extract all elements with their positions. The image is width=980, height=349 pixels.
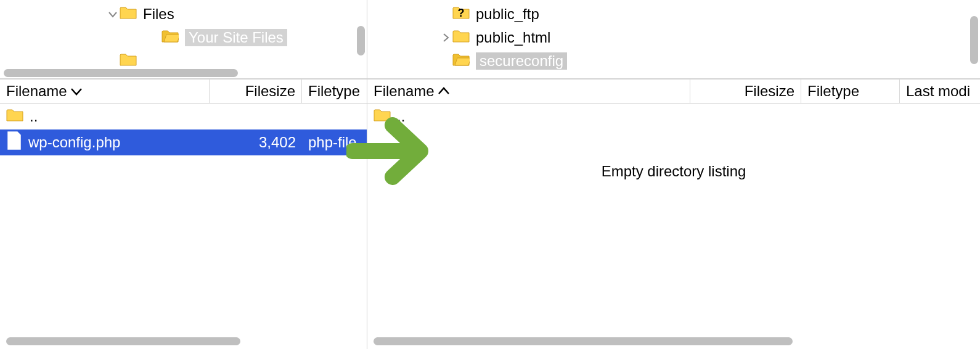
tree-item[interactable]: secureconfig bbox=[367, 49, 980, 73]
tree-label: public_html bbox=[476, 29, 550, 46]
tree-item[interactable]: ?public_ftp bbox=[367, 2, 980, 26]
file-icon bbox=[6, 131, 22, 154]
remote-file-list[interactable]: ..Empty directory listing bbox=[367, 104, 980, 349]
file-name: .. bbox=[397, 108, 405, 125]
empty-directory-message: Empty directory listing bbox=[367, 163, 980, 180]
file-name: .. bbox=[30, 108, 38, 125]
folder-icon bbox=[374, 107, 391, 126]
remote-column-headers: Filename Filesize Filetype Last modi bbox=[367, 79, 980, 104]
expander-placeholder bbox=[439, 7, 452, 21]
folder-icon bbox=[161, 28, 185, 47]
folder-icon bbox=[452, 28, 476, 47]
column-filetype[interactable]: Filetype bbox=[302, 80, 367, 103]
column-filename[interactable]: Filename bbox=[367, 80, 690, 103]
expander-placeholder bbox=[439, 54, 452, 68]
column-filesize[interactable]: Filesize bbox=[210, 80, 302, 103]
scrollbar-vertical[interactable] bbox=[970, 4, 978, 67]
chevron-down-icon[interactable] bbox=[106, 7, 120, 21]
column-label: Filetype bbox=[308, 83, 360, 100]
column-label: Last modi bbox=[906, 83, 970, 100]
tree-item[interactable]: public_html bbox=[367, 26, 980, 49]
sort-asc-icon bbox=[438, 87, 449, 96]
svg-text:?: ? bbox=[458, 7, 465, 19]
chevron-right-icon[interactable] bbox=[439, 31, 452, 44]
file-type: php-file bbox=[302, 134, 367, 151]
tree-item[interactable]: Your Site Files bbox=[0, 26, 367, 49]
folder-icon bbox=[120, 5, 143, 23]
tree-label: Your Site Files bbox=[185, 29, 287, 46]
column-label: Filename bbox=[6, 83, 67, 100]
column-label: Filetype bbox=[807, 83, 859, 100]
local-tree[interactable]: FilesYour Site Files bbox=[0, 0, 367, 79]
tree-label: Files bbox=[143, 6, 174, 23]
column-lastmodified[interactable]: Last modi bbox=[900, 80, 980, 103]
file-size: 3,402 bbox=[210, 134, 302, 151]
column-label: Filesize bbox=[745, 83, 794, 100]
remote-tree[interactable]: ?public_ftppublic_htmlsecureconfig bbox=[367, 0, 980, 79]
column-label: Filename bbox=[374, 83, 435, 100]
tree-label: public_ftp bbox=[476, 6, 539, 23]
list-item[interactable]: wp-config.php3,402php-file bbox=[0, 129, 367, 155]
local-file-list[interactable]: ..wp-config.php3,402php-file bbox=[0, 104, 367, 349]
column-filename[interactable]: Filename bbox=[0, 80, 210, 103]
list-item[interactable]: .. bbox=[0, 104, 367, 129]
scrollbar-horizontal[interactable] bbox=[4, 69, 356, 77]
sort-desc-icon bbox=[71, 87, 82, 96]
column-filesize[interactable]: Filesize bbox=[690, 80, 801, 103]
folder-icon bbox=[452, 52, 476, 70]
file-name: wp-config.php bbox=[28, 134, 120, 151]
column-filetype[interactable]: Filetype bbox=[801, 80, 900, 103]
folder-icon: ? bbox=[452, 5, 476, 23]
folder-icon bbox=[6, 107, 23, 126]
folder-icon bbox=[120, 52, 143, 70]
list-item[interactable]: .. bbox=[367, 104, 980, 129]
tree-label: secureconfig bbox=[476, 52, 567, 70]
local-column-headers: Filename Filesize Filetype bbox=[0, 79, 367, 104]
expander-placeholder bbox=[106, 54, 120, 68]
expander-placeholder bbox=[148, 31, 161, 44]
column-label: Filesize bbox=[245, 83, 295, 100]
scrollbar-horizontal[interactable] bbox=[374, 337, 968, 345]
scrollbar-vertical[interactable] bbox=[357, 4, 365, 67]
scrollbar-horizontal[interactable] bbox=[6, 337, 354, 345]
tree-item[interactable]: Files bbox=[0, 2, 367, 26]
